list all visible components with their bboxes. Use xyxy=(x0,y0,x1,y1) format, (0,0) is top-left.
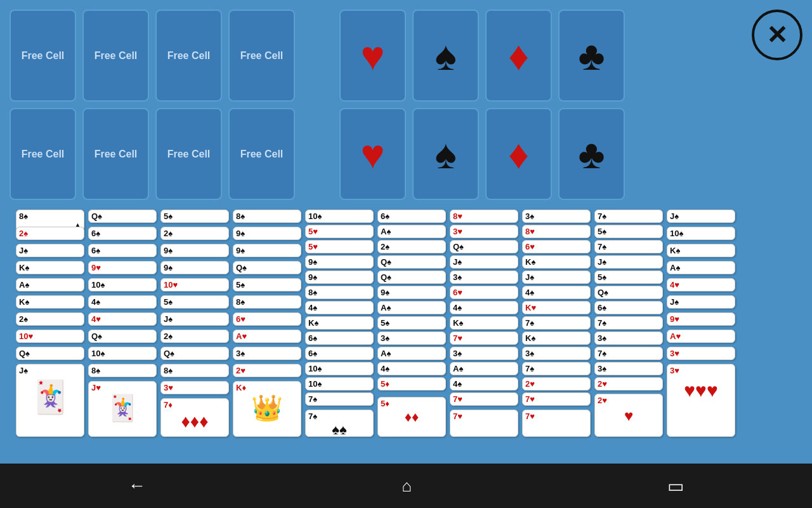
free-cell-3[interactable]: Free Cell xyxy=(155,10,222,102)
card[interactable]: 4♠ xyxy=(377,362,446,375)
card[interactable]: 10♠ xyxy=(88,278,157,291)
card[interactable]: 10♠ xyxy=(305,362,374,375)
card[interactable]: K♠ xyxy=(522,331,591,345)
card[interactable]: 9♥ xyxy=(667,312,735,326)
card[interactable]: 2♠ xyxy=(16,227,84,240)
card[interactable]: 5♦ ♦♦ xyxy=(377,397,446,437)
card[interactable]: 2♠ xyxy=(160,330,229,343)
card[interactable]: A♥ xyxy=(233,330,301,343)
card[interactable]: 8♠ xyxy=(305,286,374,299)
card[interactable]: A♠ xyxy=(16,278,84,291)
card[interactable]: 10♥ xyxy=(160,278,229,291)
card[interactable]: K♠ xyxy=(16,261,84,274)
card[interactable]: K♠ xyxy=(667,244,735,257)
card[interactable]: Q♠ xyxy=(16,347,84,360)
card[interactable]: 7♠ xyxy=(594,316,663,330)
card[interactable]: Q♠ xyxy=(88,330,157,343)
card[interactable]: 7♥ xyxy=(450,331,518,345)
card[interactable]: 4♠ xyxy=(305,301,374,314)
card[interactable]: 5♥ xyxy=(305,240,374,253)
card[interactable]: 9♠ xyxy=(377,286,446,299)
card[interactable]: 7♠ xyxy=(522,316,591,330)
card[interactable]: 2♥ xyxy=(522,377,591,391)
card[interactable]: 5♥ xyxy=(305,225,374,238)
close-button[interactable]: ✕ xyxy=(752,10,802,60)
card[interactable]: Q♠ xyxy=(377,255,446,269)
card[interactable]: A♠ xyxy=(667,261,735,274)
card[interactable]: 3♥ xyxy=(667,347,735,360)
free-cell-6[interactable]: Free Cell xyxy=(82,108,149,200)
card[interactable]: K♠ xyxy=(450,316,518,330)
card[interactable]: 6♠ xyxy=(594,301,663,314)
card[interactable]: 7♠ xyxy=(594,210,663,223)
card[interactable]: 7♠ xyxy=(594,347,663,360)
card[interactable]: 9♠ xyxy=(160,244,229,257)
card[interactable]: 9♠ xyxy=(305,255,374,269)
card[interactable]: 3♠ xyxy=(594,362,663,375)
card[interactable]: 5♠ xyxy=(594,271,663,284)
card[interactable]: 2♠ xyxy=(377,240,446,253)
card[interactable]: 3♥ ♥♥♥ xyxy=(667,364,735,437)
recent-apps-button[interactable]: ▭ xyxy=(667,476,684,497)
card[interactable]: Q♠ xyxy=(233,261,301,274)
card[interactable]: 3♠ xyxy=(522,210,591,223)
card[interactable]: Q♠ xyxy=(377,271,446,284)
card[interactable]: 8♠ xyxy=(160,364,229,377)
card[interactable]: A♠ xyxy=(377,301,446,314)
card[interactable]: 6♠ xyxy=(88,244,157,257)
card[interactable]: 10♠ xyxy=(305,210,374,223)
card[interactable]: 9♠ xyxy=(233,244,301,257)
card[interactable]: 5♠ xyxy=(233,278,301,291)
card[interactable]: Q♠ xyxy=(594,286,663,299)
card[interactable]: 6♥ xyxy=(450,286,518,299)
foundation-spades[interactable]: ♠ xyxy=(412,10,479,102)
card[interactable]: 8♥ xyxy=(450,210,518,223)
card[interactable]: 4♥ xyxy=(667,278,735,291)
card[interactable]: K♦ 👑 xyxy=(233,381,301,437)
card[interactable]: 2♠ xyxy=(16,312,84,326)
card[interactable]: 3♠ xyxy=(522,347,591,360)
card[interactable]: 8♠ xyxy=(233,295,301,309)
free-cell-1[interactable]: Free Cell xyxy=(10,10,76,102)
card[interactable]: 4♠ xyxy=(88,295,157,309)
back-button[interactable]: ← xyxy=(128,476,146,496)
card[interactable]: 4♠ xyxy=(450,377,518,391)
card[interactable]: 10♠ xyxy=(88,347,157,360)
foundation-hearts-2[interactable]: ♥ xyxy=(339,108,406,200)
card[interactable]: 10♥ xyxy=(16,330,84,343)
card[interactable]: 3♠ xyxy=(450,347,518,360)
card[interactable]: 9♠ xyxy=(160,261,229,274)
foundation-spades-2[interactable]: ♠ xyxy=(412,108,479,200)
free-cell-7[interactable]: Free Cell xyxy=(155,108,222,200)
card[interactable]: 4♠ xyxy=(450,301,518,314)
card[interactable]: 3♠ xyxy=(233,347,301,360)
free-cell-4[interactable]: Free Cell xyxy=(228,10,295,102)
card[interactable]: 8♥ xyxy=(522,225,591,238)
card[interactable]: 2♥ xyxy=(594,377,663,391)
card[interactable]: 2♠ xyxy=(160,227,229,240)
card[interactable]: K♠ xyxy=(16,295,84,309)
card[interactable]: 6♥ xyxy=(522,240,591,253)
card[interactable]: J♥ 🃏 xyxy=(88,381,157,437)
card[interactable]: 7♥ xyxy=(450,392,518,406)
foundation-hearts[interactable]: ♥ xyxy=(339,10,406,102)
card[interactable]: 4♠ xyxy=(522,286,591,299)
card[interactable]: 5♠ xyxy=(377,316,446,330)
card[interactable]: 6♥ xyxy=(233,312,301,326)
card[interactable]: 3♠ xyxy=(594,331,663,345)
card[interactable]: J♠ xyxy=(594,255,663,269)
card[interactable]: 7♥ xyxy=(450,410,518,437)
foundation-diamonds[interactable]: ♦ xyxy=(485,10,552,102)
card[interactable]: 8♠ xyxy=(88,364,157,377)
card[interactable]: K♥ xyxy=(522,301,591,314)
card[interactable]: A♠ xyxy=(450,362,518,375)
card[interactable]: J♠ xyxy=(522,271,591,284)
card[interactable]: 10♠ xyxy=(667,227,735,240)
card[interactable]: A♠ xyxy=(377,225,446,238)
home-button[interactable]: ⌂ xyxy=(402,476,412,496)
card[interactable]: 3♥ xyxy=(160,381,229,394)
card[interactable]: 7♠ xyxy=(522,362,591,375)
card[interactable]: 7♦ ♦♦♦ xyxy=(160,398,229,437)
free-cell-5[interactable]: Free Cell xyxy=(10,108,76,200)
card[interactable]: 9♥ xyxy=(88,261,157,274)
